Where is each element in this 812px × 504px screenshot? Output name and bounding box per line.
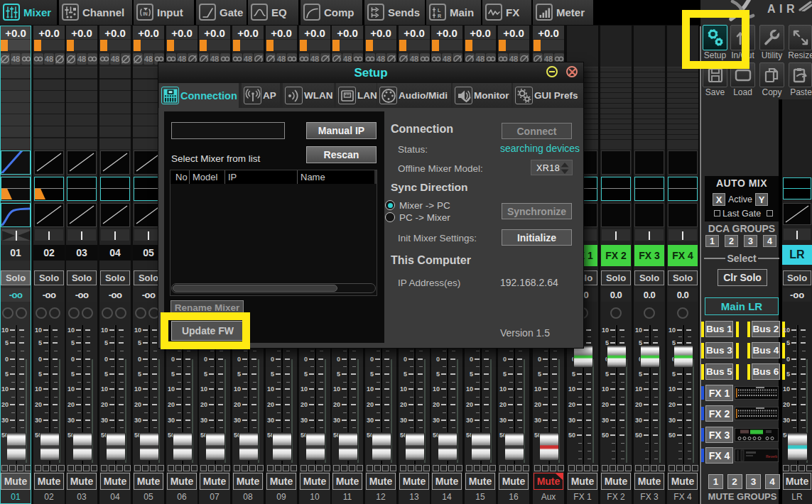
svg-text:L: L (438, 8, 441, 13)
svg-text:IN: IN (143, 11, 148, 16)
svg-text:Reverb: Reverb (766, 454, 777, 459)
svg-text:R: R (438, 13, 441, 18)
